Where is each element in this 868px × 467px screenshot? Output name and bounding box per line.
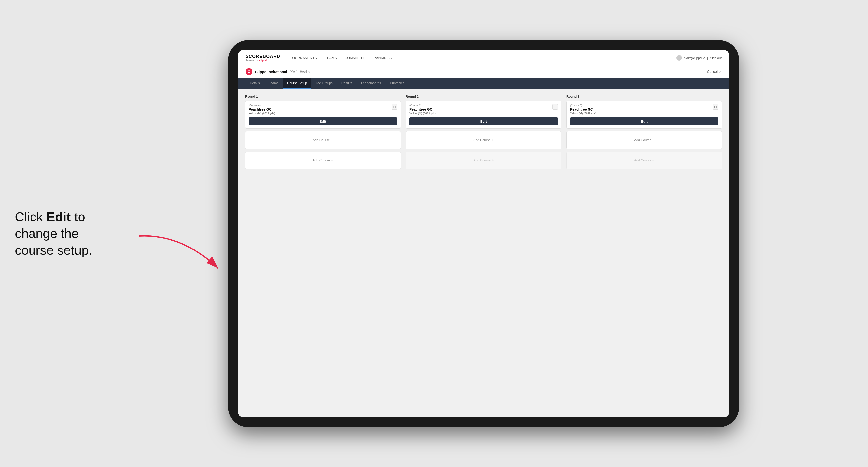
instruction-prefix: Click (15, 209, 46, 224)
round-1-course-name: Peachtree GC (249, 107, 275, 111)
sub-header: C Clippd Invitational (Men) Hosting Canc… (238, 66, 729, 78)
brand-title: SCOREBOARD (246, 54, 280, 59)
round-3-add-course-1[interactable]: Add Course + (566, 131, 722, 149)
user-email: blair@clippd.io (684, 56, 705, 60)
nav-tournaments[interactable]: TOURNAMENTS (290, 55, 317, 61)
round-2-delete-button[interactable]: ⊡ (552, 104, 558, 110)
round-2-course-info: (Course A) Peachtree GC Yellow (M) (6629… (409, 104, 436, 115)
tabs-bar: Details Teams Course Setup Tee Groups Re… (238, 78, 729, 89)
round-2-add-course-2: Add Course + (406, 152, 561, 169)
add-course-text-r2-1: Add Course + (473, 138, 494, 142)
add-course-text-r1-2: Add Course + (313, 158, 333, 163)
tab-printables[interactable]: Printables (385, 78, 409, 89)
nav-committee[interactable]: COMMITTEE (345, 55, 366, 61)
add-course-text-r2-2: Add Course + (473, 158, 494, 163)
hosting-badge: Hosting (300, 70, 310, 73)
round-2-column: Round 2 (Course A) Peachtree GC Yellow (… (406, 95, 561, 172)
nav-links: TOURNAMENTS TEAMS COMMITTEE RANKINGS (290, 55, 676, 61)
plus-icon-r1-2: + (331, 158, 333, 163)
user-avatar (676, 55, 682, 61)
tablet-device: SCOREBOARD Powered by clippd TOURNAMENTS… (228, 40, 739, 427)
instruction-text: Click Edit tochange thecourse setup. (15, 208, 92, 259)
tab-details[interactable]: Details (246, 78, 265, 89)
round-3-course-info: (Course A) Peachtree GC Yellow (M) (6629… (570, 104, 596, 115)
round-1-add-course-2[interactable]: Add Course + (245, 152, 401, 169)
tab-tee-groups[interactable]: Tee Groups (311, 78, 337, 89)
nav-teams[interactable]: TEAMS (325, 55, 337, 61)
tablet-screen: SCOREBOARD Powered by clippd TOURNAMENTS… (238, 50, 729, 417)
round-3-edit-button[interactable]: Edit (570, 117, 718, 125)
add-course-text-r3-2: Add Course + (634, 158, 654, 163)
brand-logo: SCOREBOARD Powered by clippd (246, 54, 280, 62)
plus-icon-r2-1: + (492, 138, 494, 142)
round-1-course-details: Yellow (M) (6629 yds) (249, 112, 275, 115)
round-1-title: Round 1 (245, 95, 401, 98)
round-2-add-course-1[interactable]: Add Course + (406, 131, 561, 149)
tab-course-setup[interactable]: Course Setup (283, 78, 311, 89)
round-3-course-label: (Course A) (570, 104, 596, 107)
plus-icon-r2-2: + (492, 158, 494, 163)
add-course-text-r1-1: Add Course + (313, 138, 333, 142)
round-1-course-card: (Course A) Peachtree GC Yellow (M) (6629… (245, 101, 401, 129)
trash-icon-r2: ⊡ (554, 105, 557, 109)
round-1-course-label: (Course A) (249, 104, 275, 107)
plus-icon-r1-1: + (331, 138, 333, 142)
tab-results[interactable]: Results (337, 78, 356, 89)
trash-icon-r3: ⊡ (714, 105, 717, 109)
rounds-grid: Round 1 (Course A) Peachtree GC Yellow (… (245, 95, 722, 172)
top-navigation: SCOREBOARD Powered by clippd TOURNAMENTS… (238, 50, 729, 66)
nav-right: blair@clippd.io | Sign out (676, 55, 722, 61)
round-2-course-details: Yellow (M) (6629 yds) (409, 112, 436, 115)
round-2-course-label: (Course A) (409, 104, 436, 107)
round-3-course-name: Peachtree GC (570, 107, 596, 111)
round-1-add-course-1[interactable]: Add Course + (245, 131, 401, 149)
round-3-title: Round 3 (566, 95, 722, 98)
round-3-course-details: Yellow (M) (6629 yds) (570, 112, 596, 115)
cancel-button[interactable]: Cancel ✕ (707, 70, 722, 74)
tournament-logo: C (246, 68, 252, 75)
plus-icon-r3-2: + (652, 158, 654, 163)
round-2-course-name: Peachtree GC (409, 107, 436, 111)
round-2-course-card: (Course A) Peachtree GC Yellow (M) (6629… (406, 101, 561, 129)
round-3-column: Round 3 (Course A) Peachtree GC Yellow (… (566, 95, 722, 172)
nav-separator: | (707, 56, 708, 60)
round-3-delete-button[interactable]: ⊡ (713, 104, 718, 110)
tournament-name: Clippd Invitational (255, 70, 287, 74)
brand-subtitle: Powered by clippd (246, 59, 280, 62)
round-1-course-info: (Course A) Peachtree GC Yellow (M) (6629… (249, 104, 275, 115)
arrow-pointer (131, 228, 230, 279)
round-3-add-course-2: Add Course + (566, 152, 722, 169)
instruction-bold: Edit (46, 209, 71, 224)
round-2-edit-button[interactable]: Edit (409, 117, 558, 125)
round-2-title: Round 2 (406, 95, 561, 98)
sub-header-left: C Clippd Invitational (Men) Hosting (246, 68, 310, 75)
plus-icon-r3-1: + (652, 138, 654, 142)
add-course-text-r3-1: Add Course + (634, 138, 654, 142)
gender-badge: (Men) (290, 70, 297, 73)
round-3-course-card: (Course A) Peachtree GC Yellow (M) (6629… (566, 101, 722, 129)
main-content: Round 1 (Course A) Peachtree GC Yellow (… (238, 89, 729, 417)
tab-leaderboards[interactable]: Leaderboards (356, 78, 385, 89)
nav-rankings[interactable]: RANKINGS (373, 55, 392, 61)
round-1-delete-button[interactable]: ⊡ (392, 104, 397, 110)
sign-out-link[interactable]: Sign out (710, 56, 722, 60)
trash-icon: ⊡ (393, 105, 396, 109)
round-1-edit-button[interactable]: Edit (249, 117, 397, 125)
round-1-column: Round 1 (Course A) Peachtree GC Yellow (… (245, 95, 401, 172)
tab-teams[interactable]: Teams (265, 78, 283, 89)
